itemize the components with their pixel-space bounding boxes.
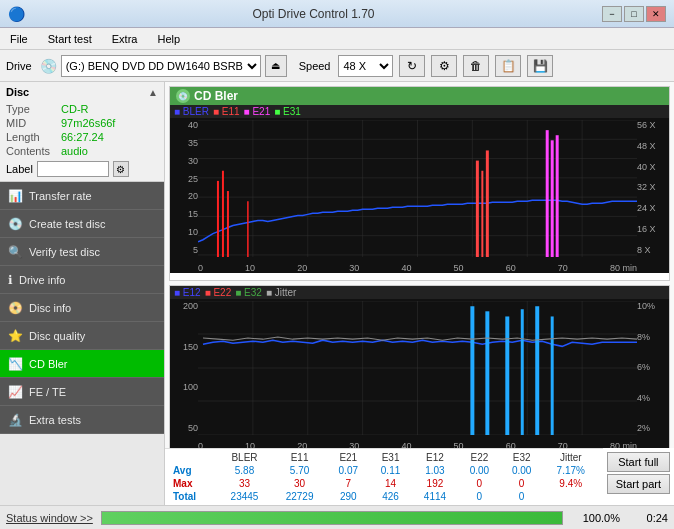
- drive-info-icon: ℹ: [8, 273, 13, 287]
- settings-button[interactable]: ⚙: [431, 55, 457, 77]
- speed-label: Speed: [299, 60, 331, 72]
- mid-label: MID: [6, 116, 61, 130]
- x2-30: 30: [349, 441, 359, 448]
- eject-button[interactable]: ⏏: [265, 55, 287, 77]
- disc-label-input[interactable]: [37, 161, 109, 177]
- y2-50: 50: [170, 423, 198, 433]
- avg-e22: 0.00: [458, 464, 500, 477]
- legend-e12-label: ■ E12: [174, 287, 201, 298]
- erase-button[interactable]: 🗑: [463, 55, 489, 77]
- disc-title: Disc: [6, 86, 29, 98]
- menu-help[interactable]: Help: [151, 31, 186, 47]
- legend-e32-label: ■ E32: [235, 287, 262, 298]
- drive-label: Drive: [6, 60, 32, 72]
- menu-start-test[interactable]: Start test: [42, 31, 98, 47]
- app-title: Opti Drive Control 1.70: [25, 7, 602, 21]
- sidebar-item-cd-bler[interactable]: 📉 CD Bler: [0, 350, 164, 378]
- stats-header-empty: [169, 451, 217, 464]
- menu-file[interactable]: File: [4, 31, 34, 47]
- disc-label-text: Label: [6, 163, 33, 175]
- max-e12: 192: [412, 477, 459, 490]
- refresh-button[interactable]: ↻: [399, 55, 425, 77]
- statusbar: Status window >> 100.0% 0:24: [0, 505, 674, 529]
- chart-area: 💿 CD Bler ■ BLER ■ E11 ■ E21 ■ E31 40 35…: [165, 82, 674, 448]
- x1-80min: 80 min: [610, 263, 637, 273]
- label-row: Label ⚙: [6, 161, 158, 177]
- disc-arrow-icon: ▲: [148, 87, 158, 98]
- disc-label-icon[interactable]: ⚙: [113, 161, 129, 177]
- main-container: Disc ▲ Type CD-R MID 97m26s66f Length 66…: [0, 82, 674, 505]
- avg-jitter: 7.17%: [543, 464, 599, 477]
- drive-select[interactable]: (G:) BENQ DVD DD DW1640 BSRB: [61, 55, 261, 77]
- avg-e21: 0.07: [327, 464, 369, 477]
- progress-bar: [101, 511, 563, 525]
- stats-header-bler: BLER: [217, 451, 272, 464]
- legend-bler-label: ■ BLER: [174, 106, 209, 117]
- total-e11: 22729: [272, 490, 327, 503]
- speed-select[interactable]: 4 X8 X12 X16 X24 X32 X40 X48 X52 XMax: [338, 55, 393, 77]
- yr1-8: 8 X: [637, 245, 669, 255]
- copy-button[interactable]: 📋: [495, 55, 521, 77]
- start-part-button[interactable]: Start part: [607, 474, 670, 494]
- chart2-container: ■ E12 ■ E22 ■ E32 ■ Jitter 200 150 100 5…: [169, 285, 670, 448]
- sidebar-item-fe-te[interactable]: 📈 FE / TE: [0, 378, 164, 406]
- legend-e11-label: ■ E11: [213, 106, 240, 117]
- close-button[interactable]: ✕: [646, 6, 666, 22]
- max-e11: 30: [272, 477, 327, 490]
- stats-header-e31: E31: [369, 451, 411, 464]
- y1-25: 25: [170, 174, 198, 184]
- sidebar-item-drive-info-label: Drive info: [19, 274, 65, 286]
- contents-value: audio: [61, 144, 158, 158]
- stats-header-e22: E22: [458, 451, 500, 464]
- max-e22: 0: [458, 477, 500, 490]
- yr2-2: 2%: [637, 423, 669, 433]
- status-window-button[interactable]: Status window >>: [6, 512, 93, 524]
- x2-10: 10: [245, 441, 255, 448]
- sidebar-item-extra-tests[interactable]: 🔬 Extra tests: [0, 406, 164, 434]
- chart1-svg: [198, 120, 637, 257]
- sidebar-item-verify-test-disc-label: Verify test disc: [29, 246, 100, 258]
- sidebar-item-create-test-disc[interactable]: 💿 Create test disc: [0, 210, 164, 238]
- yr2-10: 10%: [637, 301, 669, 311]
- sidebar-item-fe-te-label: FE / TE: [29, 386, 66, 398]
- save-button[interactable]: 💾: [527, 55, 553, 77]
- avg-e32: 0.00: [501, 464, 543, 477]
- disc-panel: Disc ▲ Type CD-R MID 97m26s66f Length 66…: [0, 82, 164, 182]
- length-label: Length: [6, 130, 61, 144]
- avg-e31: 0.11: [369, 464, 411, 477]
- sidebar-item-transfer-rate[interactable]: 📊 Transfer rate: [0, 182, 164, 210]
- sidebar-item-disc-quality[interactable]: ⭐ Disc quality: [0, 322, 164, 350]
- total-bler: 23445: [217, 490, 272, 503]
- maximize-button[interactable]: □: [624, 6, 644, 22]
- minimize-button[interactable]: −: [602, 6, 622, 22]
- menu-extra[interactable]: Extra: [106, 31, 144, 47]
- x2-60: 60: [506, 441, 516, 448]
- sidebar-item-transfer-rate-label: Transfer rate: [29, 190, 92, 202]
- x2-20: 20: [297, 441, 307, 448]
- y1-30: 30: [170, 156, 198, 166]
- sidebar-item-cd-bler-label: CD Bler: [29, 358, 68, 370]
- stats-total-row: Total 23445 22729 290 426 4114 0 0: [169, 490, 599, 503]
- total-e12: 4114: [412, 490, 459, 503]
- elapsed-time: 0:24: [628, 512, 668, 524]
- sidebar-item-drive-info[interactable]: ℹ Drive info: [0, 266, 164, 294]
- x2-50: 50: [454, 441, 464, 448]
- stats-buttons-row: BLER E11 E21 E31 E12 E22 E32 Jitter Avg: [165, 448, 674, 505]
- nav-menu: 📊 Transfer rate 💿 Create test disc 🔍 Ver…: [0, 182, 164, 434]
- type-value: CD-R: [61, 102, 158, 116]
- yr2-4: 4%: [637, 393, 669, 403]
- total-label: Total: [169, 490, 217, 503]
- sidebar-item-disc-info[interactable]: 📀 Disc info: [0, 294, 164, 322]
- create-test-disc-icon: 💿: [8, 217, 23, 231]
- sidebar-item-create-test-disc-label: Create test disc: [29, 218, 105, 230]
- start-full-button[interactable]: Start full: [607, 452, 670, 472]
- length-value: 66:27.24: [61, 130, 158, 144]
- titlebar: 🔵 Opti Drive Control 1.70 − □ ✕: [0, 0, 674, 28]
- y1-35: 35: [170, 138, 198, 148]
- total-e32: 0: [501, 490, 543, 503]
- type-label: Type: [6, 102, 61, 116]
- yr1-24: 24 X: [637, 203, 669, 213]
- sidebar-item-verify-test-disc[interactable]: 🔍 Verify test disc: [0, 238, 164, 266]
- chart1-title: CD Bler: [194, 89, 238, 103]
- sidebar-item-disc-quality-label: Disc quality: [29, 330, 85, 342]
